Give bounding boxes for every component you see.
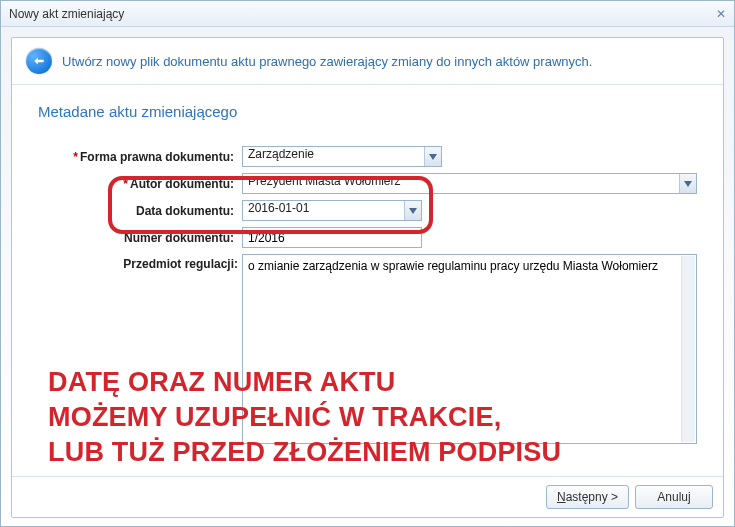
panel-description: Utwórz nowy plik dokumentu aktu prawnego… [62,54,592,69]
required-marker: * [73,150,78,164]
forma-prawna-value: Zarządzenie [243,147,424,166]
chevron-down-icon[interactable] [679,174,696,193]
create-document-icon [26,48,52,74]
main-panel: Utwórz nowy plik dokumentu aktu prawnego… [11,37,724,518]
close-icon[interactable]: ✕ [716,7,726,21]
section-title: Metadane aktu zmieniającego [38,103,697,120]
cancel-button[interactable]: Anuluj [635,485,713,509]
panel-body: Metadane aktu zmieniającego *Forma prawn… [12,85,723,476]
dialog-window: Nowy akt zmieniający ✕ Utwórz nowy plik … [0,0,735,527]
autor-value: Prezydent Miasta Wołomierz [243,174,679,193]
form-grid: *Forma prawna dokumentu: Zarządzenie *Au… [38,146,697,444]
przedmiot-label: Przedmiot regulacji: [38,254,238,271]
autor-label: *Autor dokumentu: [38,177,238,191]
window-title: Nowy akt zmieniający [9,7,124,21]
next-button[interactable]: Następny > [546,485,629,509]
content-area: Utwórz nowy plik dokumentu aktu prawnego… [1,27,734,526]
scrollbar[interactable] [681,256,695,442]
annotation-line: POD GOTOWYM DOKUMENTEM [48,470,561,476]
przedmiot-textarea[interactable]: o zmianie zarządzenia w sprawie regulami… [243,255,680,443]
required-marker: * [123,177,128,191]
autor-select[interactable]: Prezydent Miasta Wołomierz [242,173,697,194]
data-dokumentu-select[interactable]: 2016-01-01 [242,200,422,221]
numer-dokumentu-field[interactable] [243,228,421,247]
przedmiot-textarea-wrap: o zmianie zarządzenia w sprawie regulami… [242,254,697,444]
data-dokumentu-label: Data dokumentu: [38,204,238,218]
chevron-down-icon[interactable] [424,147,441,166]
numer-dokumentu-input[interactable] [242,227,422,248]
numer-dokumentu-label: Numer dokumentu: [38,231,238,245]
chevron-down-icon[interactable] [404,201,421,220]
forma-prawna-select[interactable]: Zarządzenie [242,146,442,167]
data-dokumentu-value: 2016-01-01 [243,201,404,220]
panel-header: Utwórz nowy plik dokumentu aktu prawnego… [12,38,723,85]
titlebar: Nowy akt zmieniający ✕ [1,1,734,27]
forma-prawna-label: *Forma prawna dokumentu: [38,150,238,164]
panel-footer: Następny > Anuluj [12,476,723,517]
